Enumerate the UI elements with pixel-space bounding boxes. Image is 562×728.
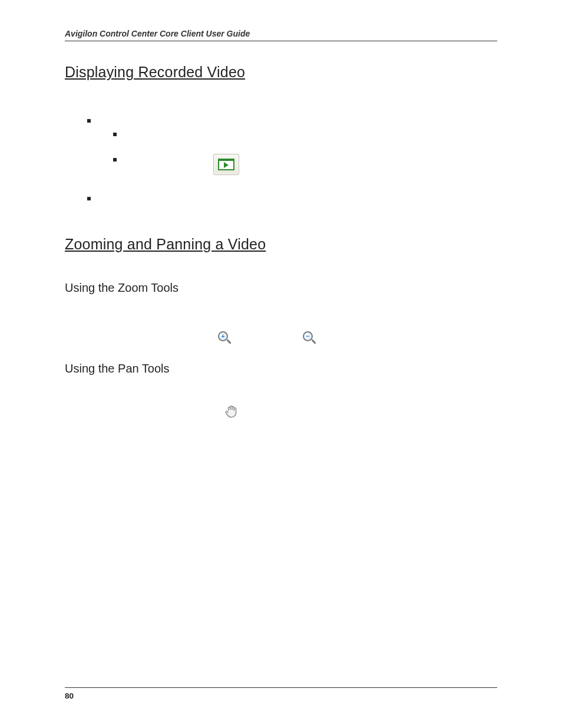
bullet-marker-icon <box>87 119 91 123</box>
page-footer: 80 <box>65 687 497 701</box>
play-window-icon <box>213 154 239 175</box>
page-number: 80 <box>65 691 74 700</box>
bullet-text <box>126 154 497 175</box>
zoom-out-icon: − <box>303 331 317 345</box>
pan-icon-row <box>224 404 497 421</box>
bullet-item <box>87 115 497 123</box>
bullet-item <box>113 154 497 175</box>
page-header: Avigilon Control Center Core Client User… <box>65 28 497 41</box>
bullet-item <box>87 193 497 200</box>
document-page: Avigilon Control Center Core Client User… <box>0 0 562 728</box>
subsection-pan-title: Using the Pan Tools <box>65 362 497 375</box>
subsection-zoom-title: Using the Zoom Tools <box>65 281 497 295</box>
pan-hand-icon <box>224 411 239 421</box>
bullet-marker-icon <box>87 197 91 200</box>
recorded-bullets <box>87 115 497 200</box>
section-heading-zoompan: Zooming and Panning a Video <box>65 236 497 253</box>
bullet-marker-icon <box>113 133 117 136</box>
zoom-in-icon: + <box>218 331 232 345</box>
bullet-item <box>113 129 497 136</box>
section-heading-recorded: Displaying Recorded Video <box>65 64 497 81</box>
header-title: Avigilon Control Center Core Client User… <box>65 29 250 38</box>
zoom-icons-row: + − <box>218 331 497 345</box>
bullet-marker-icon <box>113 158 117 162</box>
